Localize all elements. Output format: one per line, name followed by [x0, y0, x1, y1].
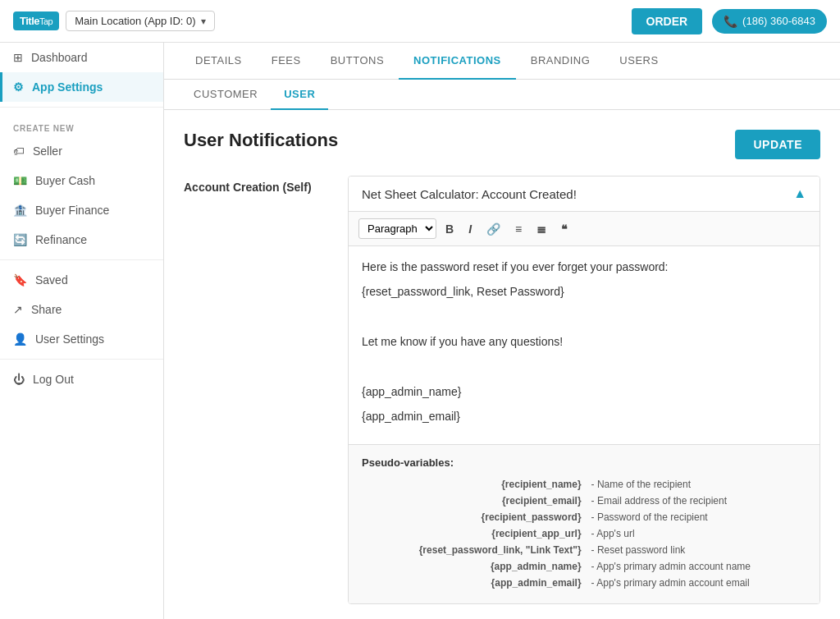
sidebar: ⊞ Dashboard ⚙ App Settings CREATE NEW 🏷 …	[0, 43, 164, 619]
pv-row: {app_admin_name} - App's primary admin a…	[363, 559, 805, 574]
editor-line-7: {app_admin_email}	[362, 407, 806, 425]
section-account-creation-self: Account Creation (Self) Net Sheet Calcul…	[184, 176, 820, 604]
pv-key: {recipient_name}	[363, 477, 587, 492]
pv-key: {recipient_email}	[363, 493, 587, 508]
pv-key: {reset_password_link, "Link Text"}	[363, 543, 587, 557]
pv-key: {app_admin_email}	[363, 575, 587, 590]
sidebar-item-logout[interactable]: ⏻ Log Out	[0, 365, 163, 394]
power-icon: ⏻	[13, 373, 25, 386]
finance-icon: 🏦	[13, 204, 27, 217]
sidebar-item-label: Log Out	[33, 373, 74, 386]
sidebar-item-share[interactable]: ↗ Share	[0, 295, 163, 324]
pv-key: {recipient_app_url}	[363, 526, 587, 541]
pv-row: {app_admin_email} - App's primary admin …	[363, 575, 805, 590]
tab-branding[interactable]: BRANDING	[516, 43, 605, 80]
pv-row: {recipient_name} - Name of the recipient	[363, 477, 805, 492]
page-content: User Notifications UPDATE Account Creati…	[164, 110, 840, 619]
quote-button-self[interactable]: ❝	[555, 219, 573, 239]
pv-desc: - App's primary admin account email	[588, 575, 805, 590]
sidebar-item-app-settings[interactable]: ⚙ App Settings	[0, 72, 163, 102]
editor-area-self: Paragraph B I 🔗 ≡ ≣ ❝	[349, 212, 819, 603]
logo-suffix: Tap	[39, 16, 52, 26]
bookmark-icon: 🔖	[13, 273, 27, 287]
collapse-button-self[interactable]: ▲	[793, 186, 806, 201]
bold-button-self[interactable]: B	[440, 219, 459, 239]
editor-toolbar-self: Paragraph B I 🔗 ≡ ≣ ❝	[349, 212, 819, 246]
phone-button[interactable]: 📞 (186) 360-6843	[712, 9, 827, 34]
header-right: ORDER 📞 (186) 360-6843	[632, 8, 827, 34]
update-button[interactable]: UPDATE	[735, 130, 820, 159]
sidebar-item-label: App Settings	[32, 80, 103, 94]
pv-key: {recipient_password}	[363, 510, 587, 525]
pv-desc: - App's url	[588, 526, 805, 541]
sidebar-item-buyer-finance[interactable]: 🏦 Buyer Finance	[0, 195, 163, 225]
pv-desc: - Password of the recipient	[588, 510, 805, 525]
tab-user[interactable]: USER	[271, 80, 328, 110]
chevron-down-icon: ▾	[201, 16, 206, 27]
phone-icon: 📞	[724, 15, 737, 28]
logo-text: Title	[20, 15, 39, 27]
sidebar-item-seller[interactable]: 🏷 Seller	[0, 136, 163, 166]
page-header: User Notifications UPDATE	[184, 130, 820, 159]
share-icon: ↗	[13, 303, 23, 316]
sidebar-item-label: User Settings	[35, 332, 104, 346]
sidebar-item-label: Refinance	[35, 233, 87, 246]
link-button-self[interactable]: 🔗	[481, 219, 506, 239]
sidebar-item-refinance[interactable]: 🔄 Refinance	[0, 225, 163, 254]
logo-area: TitleTap Main Location (App ID: 0) ▾	[13, 11, 215, 31]
list-ol-button-self[interactable]: ≣	[531, 219, 552, 239]
location-selector[interactable]: Main Location (App ID: 0) ▾	[66, 11, 214, 31]
refinance-icon: 🔄	[13, 233, 27, 246]
gear-icon: ⚙	[13, 80, 24, 94]
editor-line-4: Let me know if you have any questions!	[362, 332, 806, 351]
pseudo-vars-box-self: Pseudo-variables: {recipient_name} - Nam…	[349, 444, 819, 603]
sidebar-item-user-settings[interactable]: 👤 User Settings	[0, 324, 163, 354]
notif-right-self: Net Sheet Calculator: Account Created! ▲…	[348, 176, 820, 604]
tab-customer[interactable]: CUSTOMER	[180, 80, 271, 110]
tab-buttons[interactable]: BUTTONS	[316, 43, 399, 80]
tab-details[interactable]: DETAILS	[180, 43, 257, 80]
pv-row: {recipient_password} - Password of the r…	[363, 510, 805, 525]
pv-desc: - Email address of the recipient	[588, 493, 805, 508]
location-text: Main Location (App ID: 0)	[75, 15, 195, 27]
sidebar-divider-2	[0, 259, 163, 260]
pseudo-vars-table: {recipient_name} - Name of the recipient…	[362, 475, 806, 592]
pv-row: {reset_password_link, "Link Text"} - Res…	[363, 543, 805, 557]
tab-notifications[interactable]: NOTIFICATIONS	[399, 43, 516, 80]
editor-content-self[interactable]: Here is the password reset if you ever f…	[349, 246, 819, 444]
tab-fees[interactable]: FEES	[257, 43, 316, 80]
sidebar-item-label: Buyer Cash	[35, 174, 95, 187]
editor-line-3	[362, 308, 806, 326]
secondary-tab-bar: CUSTOMER USER	[164, 80, 840, 110]
sidebar-item-label: Buyer Finance	[35, 204, 109, 217]
paragraph-select-self[interactable]: Paragraph	[358, 218, 436, 239]
notification-block-header-self: Net Sheet Calculator: Account Created! ▲	[349, 177, 819, 212]
notif-row-self: Account Creation (Self) Net Sheet Calcul…	[184, 176, 820, 604]
editor-line-2: {reset_password_link, Reset Password}	[362, 282, 806, 300]
sidebar-item-saved[interactable]: 🔖 Saved	[0, 265, 163, 295]
pv-desc: - App's primary admin account name	[588, 559, 805, 574]
sidebar-item-dashboard[interactable]: ⊞ Dashboard	[0, 43, 163, 72]
sidebar-item-label: Dashboard	[31, 51, 88, 64]
tag-icon: 🏷	[13, 144, 25, 158]
content-area: DETAILS FEES BUTTONS NOTIFICATIONS BRAND…	[164, 43, 840, 619]
pv-key: {app_admin_name}	[363, 559, 587, 574]
logo-box: TitleTap	[13, 11, 59, 30]
order-button[interactable]: ORDER	[632, 8, 703, 34]
sidebar-item-label: Share	[31, 303, 62, 316]
sidebar-item-buyer-cash[interactable]: 💵 Buyer Cash	[0, 166, 163, 195]
list-ul-button-self[interactable]: ≡	[509, 219, 527, 239]
sidebar-divider-3	[0, 359, 163, 360]
section-label-self: Account Creation (Self)	[184, 181, 348, 194]
editor-line-6: {app_admin_name}	[362, 383, 806, 401]
pv-row: {recipient_app_url} - App's url	[363, 526, 805, 541]
user-icon: 👤	[13, 332, 27, 346]
create-new-label: CREATE NEW	[0, 112, 163, 136]
editor-line-5	[362, 358, 806, 376]
pv-row: {recipient_email} - Email address of the…	[363, 493, 805, 508]
notif-left-self: Account Creation (Self)	[184, 176, 348, 604]
italic-button-self[interactable]: I	[463, 219, 477, 239]
tab-users[interactable]: USERS	[605, 43, 673, 80]
sidebar-divider	[0, 107, 163, 108]
sidebar-item-label: Saved	[35, 273, 68, 287]
